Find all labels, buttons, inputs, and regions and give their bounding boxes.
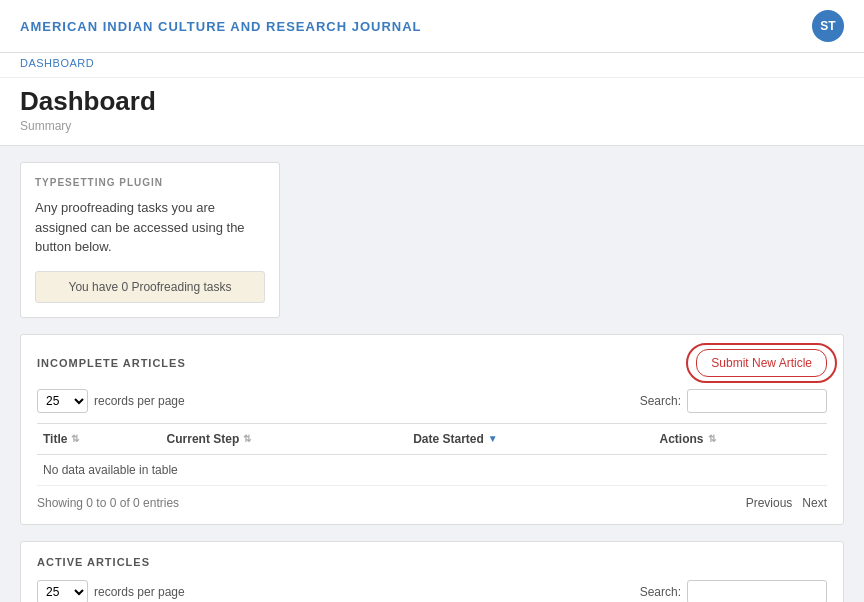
page-title: Dashboard [20,86,844,117]
avatar[interactable]: ST [812,10,844,42]
incomplete-col-actions[interactable]: Actions ⇅ [654,423,828,454]
typesetting-description: Any proofreading tasks you are assigned … [35,198,265,257]
step-sort-icon: ⇅ [243,433,251,444]
col-step-label: Current Step [167,432,240,446]
submit-btn-wrapper: Submit New Article [696,349,827,377]
incomplete-no-data-cell: No data available in table [37,454,827,485]
incomplete-articles-header: INCOMPLETE ARTICLES Submit New Article [37,349,827,377]
incomplete-pagination-buttons: Previous Next [746,496,827,510]
incomplete-table-header-row: Title ⇅ Current Step ⇅ Date Started [37,423,827,454]
active-records-label: records per page [94,585,185,599]
active-records-control: 25 50 100 records per page [37,580,185,603]
actions-sort-icon: ⇅ [708,433,716,444]
active-articles-header: ACTIVE ARTICLES [37,556,827,568]
incomplete-next-button[interactable]: Next [802,496,827,510]
submit-new-article-button[interactable]: Submit New Article [696,349,827,377]
header: AMERICAN INDIAN CULTURE AND RESEARCH JOU… [0,0,864,53]
page-subtitle: Summary [20,119,844,133]
summary-card: TYPESETTING PLUGIN Any proofreading task… [20,162,280,318]
incomplete-records-control: 25 50 100 records per page [37,389,185,413]
col-actions-label: Actions [660,432,704,446]
incomplete-showing-text: Showing 0 to 0 of 0 entries [37,496,179,510]
incomplete-pagination: Showing 0 to 0 of 0 entries Previous Nex… [37,496,827,510]
incomplete-search-label: Search: [640,394,681,408]
incomplete-articles-title: INCOMPLETE ARTICLES [37,357,186,369]
date-sort-icon: ▼ [488,433,498,444]
incomplete-records-select[interactable]: 25 50 100 [37,389,88,413]
col-date-label: Date Started [413,432,484,446]
incomplete-col-title[interactable]: Title ⇅ [37,423,161,454]
active-search-input[interactable] [687,580,827,603]
incomplete-articles-panel: INCOMPLETE ARTICLES Submit New Article 2… [20,334,844,525]
incomplete-records-label: records per page [94,394,185,408]
active-table-controls: 25 50 100 records per page Search: [37,580,827,603]
incomplete-no-data-row: No data available in table [37,454,827,485]
incomplete-previous-button[interactable]: Previous [746,496,793,510]
active-articles-title: ACTIVE ARTICLES [37,556,150,568]
active-articles-panel: ACTIVE ARTICLES 25 50 100 records per pa… [20,541,844,603]
active-search-control: Search: [640,580,827,603]
incomplete-col-step[interactable]: Current Step ⇅ [161,423,408,454]
title-sort-icon: ⇅ [71,433,79,444]
site-title: AMERICAN INDIAN CULTURE AND RESEARCH JOU… [20,19,422,34]
col-title-label: Title [43,432,67,446]
incomplete-search-input[interactable] [687,389,827,413]
breadcrumb-label[interactable]: DASHBOARD [20,57,94,69]
proofreading-button[interactable]: You have 0 Proofreading tasks [35,271,265,303]
incomplete-col-date[interactable]: Date Started ▼ [407,423,653,454]
breadcrumb: DASHBOARD [0,53,864,78]
incomplete-table-controls: 25 50 100 records per page Search: [37,389,827,413]
main-content: TYPESETTING PLUGIN Any proofreading task… [0,146,864,602]
incomplete-search-control: Search: [640,389,827,413]
typesetting-label: TYPESETTING PLUGIN [35,177,265,188]
page-title-area: Dashboard Summary [0,78,864,146]
active-search-label: Search: [640,585,681,599]
active-records-select[interactable]: 25 50 100 [37,580,88,603]
incomplete-articles-table: Title ⇅ Current Step ⇅ Date Started [37,423,827,486]
